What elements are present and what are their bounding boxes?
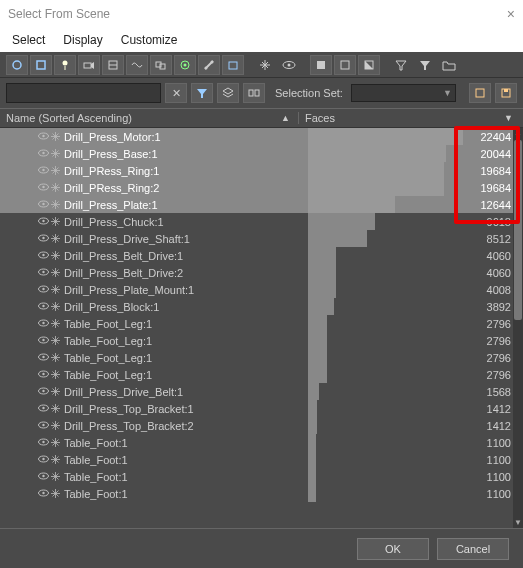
freeze-icon[interactable] xyxy=(51,166,60,175)
freeze-icon[interactable] xyxy=(51,251,60,260)
eye-icon[interactable] xyxy=(38,336,49,345)
display-none-icon[interactable] xyxy=(334,55,356,75)
list-item[interactable]: Table_Foot:11100 xyxy=(0,434,523,451)
eye-icon[interactable] xyxy=(38,251,49,260)
camera-filter-icon[interactable] xyxy=(78,55,100,75)
eye-icon[interactable] xyxy=(38,183,49,192)
freeze-icon[interactable] xyxy=(51,404,60,413)
list-item[interactable]: Drill_Press_Block:13892 xyxy=(0,298,523,315)
list-item[interactable]: Table_Foot:11100 xyxy=(0,485,523,502)
freeze-icon[interactable] xyxy=(51,183,60,192)
eye-icon[interactable] xyxy=(38,438,49,447)
hidden-filter-icon[interactable] xyxy=(278,55,300,75)
list-item[interactable]: Table_Foot_Leg:12796 xyxy=(0,315,523,332)
freeze-icon[interactable] xyxy=(51,336,60,345)
menu-select[interactable]: Select xyxy=(12,33,45,47)
list-item[interactable]: Drill_Press_Top_Bracket:21412 xyxy=(0,417,523,434)
list-item[interactable]: Table_Foot:11100 xyxy=(0,468,523,485)
list-item[interactable]: Drill_Press_Plate_Mount:14008 xyxy=(0,281,523,298)
ok-button[interactable]: OK xyxy=(357,538,429,560)
selection-set-combo[interactable]: ▼ xyxy=(351,84,456,102)
list-item[interactable]: Drill_Press_Motor:122404 xyxy=(0,128,523,145)
display-invert-icon[interactable] xyxy=(358,55,380,75)
geometry-filter-icon[interactable] xyxy=(6,55,28,75)
freeze-icon[interactable] xyxy=(51,472,60,481)
layers-icon[interactable] xyxy=(217,83,239,103)
folder-icon[interactable] xyxy=(438,55,460,75)
menu-display[interactable]: Display xyxy=(63,33,102,47)
freeze-icon[interactable] xyxy=(51,353,60,362)
eye-icon[interactable] xyxy=(38,217,49,226)
view-options-icon[interactable] xyxy=(191,83,213,103)
list-item[interactable]: Drill_Press_Chuck:19618 xyxy=(0,213,523,230)
menu-customize[interactable]: Customize xyxy=(121,33,178,47)
close-icon[interactable]: × xyxy=(507,6,515,22)
eye-icon[interactable] xyxy=(38,387,49,396)
eye-icon[interactable] xyxy=(38,455,49,464)
eye-icon[interactable] xyxy=(38,353,49,362)
display-all-icon[interactable] xyxy=(310,55,332,75)
list-item[interactable]: Table_Foot_Leg:12796 xyxy=(0,366,523,383)
eye-icon[interactable] xyxy=(38,404,49,413)
create-selection-set-icon[interactable] xyxy=(469,83,491,103)
freeze-icon[interactable] xyxy=(51,302,60,311)
eye-icon[interactable] xyxy=(38,319,49,328)
freeze-icon[interactable] xyxy=(51,268,60,277)
list-item[interactable]: Drill_PRess_Ring:219684 xyxy=(0,179,523,196)
list-item[interactable]: Table_Foot_Leg:12796 xyxy=(0,349,523,366)
list-item[interactable]: Drill_Press_Top_Bracket:11412 xyxy=(0,400,523,417)
clear-search-icon[interactable]: ✕ xyxy=(165,83,187,103)
eye-icon[interactable] xyxy=(38,285,49,294)
container-filter-icon[interactable] xyxy=(222,55,244,75)
helper-filter-icon[interactable] xyxy=(102,55,124,75)
search-input[interactable] xyxy=(6,83,161,103)
freeze-icon[interactable] xyxy=(51,200,60,209)
list-item[interactable]: Drill_Press_Drive_Belt:11568 xyxy=(0,383,523,400)
eye-icon[interactable] xyxy=(38,302,49,311)
freeze-icon[interactable] xyxy=(51,421,60,430)
group-filter-icon[interactable] xyxy=(150,55,172,75)
scrollbar[interactable]: ▲ ▼ xyxy=(513,128,523,528)
list-item[interactable]: Drill_Press_Plate:112644 xyxy=(0,196,523,213)
light-filter-icon[interactable] xyxy=(54,55,76,75)
freeze-icon[interactable] xyxy=(51,370,60,379)
eye-icon[interactable] xyxy=(38,268,49,277)
freeze-icon[interactable] xyxy=(51,387,60,396)
frozen-filter-icon[interactable] xyxy=(254,55,276,75)
filter-settings-icon[interactable] xyxy=(414,55,436,75)
list-item[interactable]: Drill_Press_Belt_Drive:14060 xyxy=(0,247,523,264)
freeze-icon[interactable] xyxy=(51,455,60,464)
eye-icon[interactable] xyxy=(38,166,49,175)
scroll-up-icon[interactable]: ▲ xyxy=(513,128,523,138)
spacewarp-filter-icon[interactable] xyxy=(126,55,148,75)
freeze-icon[interactable] xyxy=(51,217,60,226)
list-item[interactable]: Table_Foot:11100 xyxy=(0,451,523,468)
filter-icon[interactable] xyxy=(390,55,412,75)
freeze-icon[interactable] xyxy=(51,234,60,243)
freeze-icon[interactable] xyxy=(51,285,60,294)
list-item[interactable]: Table_Foot_Leg:12796 xyxy=(0,332,523,349)
titlebar[interactable]: Select From Scene × xyxy=(0,0,523,28)
eye-icon[interactable] xyxy=(38,489,49,498)
collapse-icon[interactable] xyxy=(243,83,265,103)
freeze-icon[interactable] xyxy=(51,319,60,328)
eye-icon[interactable] xyxy=(38,149,49,158)
list-item[interactable]: Drill_Press_Base:120044 xyxy=(0,145,523,162)
shape-filter-icon[interactable] xyxy=(30,55,52,75)
eye-icon[interactable] xyxy=(38,132,49,141)
column-header-name[interactable]: Name (Sorted Ascending) ▲ xyxy=(0,112,298,124)
eye-icon[interactable] xyxy=(38,472,49,481)
column-header-faces[interactable]: Faces ▼ xyxy=(298,112,523,124)
bone-filter-icon[interactable] xyxy=(198,55,220,75)
freeze-icon[interactable] xyxy=(51,132,60,141)
eye-icon[interactable] xyxy=(38,421,49,430)
eye-icon[interactable] xyxy=(38,234,49,243)
freeze-icon[interactable] xyxy=(51,438,60,447)
freeze-icon[interactable] xyxy=(51,149,60,158)
eye-icon[interactable] xyxy=(38,370,49,379)
cancel-button[interactable]: Cancel xyxy=(437,538,509,560)
eye-icon[interactable] xyxy=(38,200,49,209)
scrollbar-thumb[interactable] xyxy=(514,140,522,320)
list-item[interactable]: Drill_Press_Drive_Shaft:18512 xyxy=(0,230,523,247)
save-selection-set-icon[interactable] xyxy=(495,83,517,103)
